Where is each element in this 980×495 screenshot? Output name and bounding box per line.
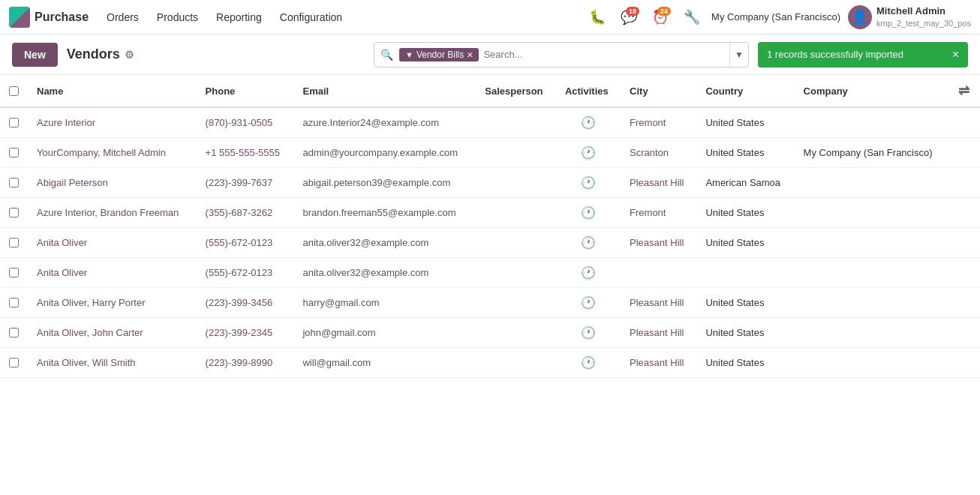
menu-configuration[interactable]: Configuration bbox=[271, 0, 351, 34]
row-name[interactable]: Anita Oliver, John Carter bbox=[28, 318, 197, 348]
activity-clock-icon: 🕐 bbox=[581, 266, 596, 279]
row-phone: (555)-672-0123 bbox=[197, 228, 294, 258]
col-phone[interactable]: Phone bbox=[197, 75, 294, 107]
row-extra bbox=[949, 107, 980, 138]
row-city[interactable]: Pleasant Hill bbox=[621, 348, 696, 378]
row-name[interactable]: Azure Interior bbox=[28, 107, 197, 138]
row-name[interactable]: Azure Interior, Brandon Freeman bbox=[28, 198, 197, 228]
col-company[interactable]: Company bbox=[795, 75, 949, 107]
row-city[interactable]: Pleasant Hill bbox=[621, 228, 696, 258]
page-title-area: Vendors ⚙ bbox=[67, 46, 134, 62]
row-activities[interactable]: 🕐 bbox=[556, 138, 621, 168]
row-salesperson bbox=[476, 348, 556, 378]
row-city[interactable]: Pleasant Hill bbox=[621, 288, 696, 318]
row-country: United States bbox=[696, 318, 794, 348]
row-activities[interactable]: 🕐 bbox=[556, 288, 621, 318]
select-all-checkbox[interactable] bbox=[9, 86, 19, 96]
row-phone: (223)-399-3456 bbox=[197, 288, 294, 318]
row-extra bbox=[949, 198, 980, 228]
row-extra bbox=[949, 258, 980, 288]
row-activities[interactable]: 🕐 bbox=[556, 107, 621, 138]
vendors-table-container: Name Phone Email Salesperson Activities … bbox=[0, 75, 980, 378]
row-email: azure.Interior24@example.com bbox=[293, 107, 476, 138]
row-activities[interactable]: 🕐 bbox=[556, 168, 621, 198]
row-checkbox[interactable] bbox=[9, 358, 19, 368]
row-extra bbox=[949, 318, 980, 348]
row-email: admin@yourcompany.example.com bbox=[293, 138, 476, 168]
row-name[interactable]: Anita Oliver, Harry Porter bbox=[28, 288, 197, 318]
row-city[interactable]: Pleasant Hill bbox=[621, 318, 696, 348]
row-extra bbox=[949, 138, 980, 168]
row-name[interactable]: Abigail Peterson bbox=[28, 168, 197, 198]
settings-gear-icon[interactable]: ⚙ bbox=[125, 49, 134, 61]
app-brand: Purchase bbox=[35, 10, 89, 24]
settings-icon-button[interactable]: 🔧 bbox=[680, 5, 704, 29]
row-checkbox-cell bbox=[0, 288, 28, 318]
col-activities[interactable]: Activities bbox=[556, 75, 621, 107]
messages-badge: 18 bbox=[626, 7, 639, 16]
toast-close-icon[interactable]: × bbox=[952, 48, 959, 62]
row-company bbox=[795, 198, 949, 228]
row-checkbox[interactable] bbox=[9, 268, 19, 278]
new-button[interactable]: New bbox=[12, 43, 58, 67]
search-input[interactable] bbox=[479, 49, 729, 60]
row-checkbox[interactable] bbox=[9, 178, 19, 188]
row-company: My Company (San Francisco) bbox=[795, 138, 949, 168]
row-city[interactable] bbox=[621, 258, 696, 288]
row-city[interactable]: Fremont bbox=[621, 107, 696, 138]
row-city[interactable]: Pleasant Hill bbox=[621, 168, 696, 198]
row-checkbox[interactable] bbox=[9, 238, 19, 248]
row-phone: +1 555-555-5555 bbox=[197, 138, 294, 168]
row-activities[interactable]: 🕐 bbox=[556, 318, 621, 348]
row-name[interactable]: Anita Oliver bbox=[28, 258, 197, 288]
col-name[interactable]: Name bbox=[28, 75, 197, 107]
activity-clock-icon: 🕐 bbox=[581, 326, 596, 339]
user-avatar: 👤 bbox=[848, 5, 872, 29]
menu-reporting[interactable]: Reporting bbox=[207, 0, 271, 34]
col-country[interactable]: Country bbox=[696, 75, 794, 107]
row-extra bbox=[949, 168, 980, 198]
user-menu[interactable]: 👤 Mitchell Admin kmp_2_test_may_30_pos bbox=[848, 5, 971, 29]
row-country: United States bbox=[696, 198, 794, 228]
main-menu: Orders Products Reporting Configuration bbox=[98, 0, 351, 34]
filter-close-icon[interactable]: × bbox=[467, 50, 473, 60]
col-salesperson[interactable]: Salesperson bbox=[476, 75, 556, 107]
table-row: Anita Oliver (555)-672-0123 anita.oliver… bbox=[0, 258, 980, 288]
row-activities[interactable]: 🕐 bbox=[556, 348, 621, 378]
row-checkbox[interactable] bbox=[9, 328, 19, 338]
row-name[interactable]: Anita Oliver bbox=[28, 228, 197, 258]
row-checkbox[interactable] bbox=[9, 298, 19, 308]
bug-icon-button[interactable]: 🐛 bbox=[585, 5, 609, 29]
table-row: YourCompany, Mitchell Admin +1 555-555-5… bbox=[0, 138, 980, 168]
columns-adjust-icon[interactable]: ⇌ bbox=[958, 83, 969, 98]
col-adjust[interactable]: ⇌ bbox=[949, 75, 980, 107]
search-dropdown-button[interactable]: ▼ bbox=[729, 43, 748, 67]
row-name[interactable]: Anita Oliver, Will Smith bbox=[28, 348, 197, 378]
vendors-table: Name Phone Email Salesperson Activities … bbox=[0, 75, 980, 378]
col-email[interactable]: Email bbox=[293, 75, 476, 107]
company-name: My Company (San Francisco) bbox=[711, 11, 840, 22]
row-city[interactable]: Fremont bbox=[621, 198, 696, 228]
table-row: Azure Interior (870)-931-0505 azure.Inte… bbox=[0, 107, 980, 138]
row-activities[interactable]: 🕐 bbox=[556, 198, 621, 228]
app-logo[interactable]: Purchase bbox=[9, 7, 89, 28]
toast-success: 1 records successfully imported × bbox=[758, 42, 968, 68]
row-checkbox[interactable] bbox=[9, 208, 19, 218]
row-checkbox[interactable] bbox=[9, 148, 19, 158]
row-activities[interactable]: 🕐 bbox=[556, 228, 621, 258]
row-name[interactable]: YourCompany, Mitchell Admin bbox=[28, 138, 197, 168]
activity-clock-icon: 🕐 bbox=[581, 356, 596, 369]
row-city[interactable]: Scranton bbox=[621, 138, 696, 168]
clock-icon-button[interactable]: ⏰ 24 bbox=[648, 5, 672, 29]
menu-orders[interactable]: Orders bbox=[98, 0, 148, 34]
row-checkbox[interactable] bbox=[9, 118, 19, 128]
col-city[interactable]: City bbox=[621, 75, 696, 107]
row-checkbox-cell bbox=[0, 228, 28, 258]
row-activities[interactable]: 🕐 bbox=[556, 258, 621, 288]
row-salesperson bbox=[476, 288, 556, 318]
table-row: Anita Oliver (555)-672-0123 anita.oliver… bbox=[0, 228, 980, 258]
messages-icon-button[interactable]: 💬 18 bbox=[617, 5, 641, 29]
company-selector[interactable]: My Company (San Francisco) bbox=[711, 11, 840, 22]
table-header-row: Name Phone Email Salesperson Activities … bbox=[0, 75, 980, 107]
menu-products[interactable]: Products bbox=[148, 0, 207, 34]
